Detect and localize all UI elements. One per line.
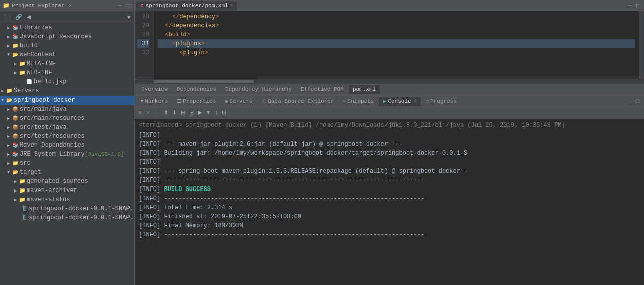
folder-icon: 📂 (12, 52, 18, 58)
code-content[interactable]: </dependency> </dependencies> <build> <p… (154, 11, 639, 79)
tree-item-jre-system-lib[interactable]: ▶ 📚 JRE System Library [JavaSE-1.8] (0, 150, 134, 159)
dependencies-label: Dependencies (177, 86, 216, 92)
tree-item-maven-deps[interactable]: ▶ 📚 Maven Dependencies (0, 141, 134, 150)
pom-xml-label: pom.xml (353, 86, 376, 92)
expand-icon: ▶ (14, 197, 18, 203)
editor-minimize-button[interactable]: − (627, 3, 633, 9)
expand-icon: ▶ (14, 188, 18, 194)
tab-console[interactable]: ▶ Console × (378, 96, 421, 106)
editor-maximize-button[interactable]: □ (635, 3, 641, 9)
tab-data-source-explorer[interactable]: ⬡ Data Source Explorer (257, 96, 339, 106)
tab-close-button[interactable]: × (230, 3, 233, 8)
tree-item-src-main-resources[interactable]: ▶ 📦 src/main/resources (0, 114, 134, 123)
h-scroll-thumb[interactable] (154, 80, 254, 83)
tree-item-webcontent[interactable]: ▼ 📂 WebContent (0, 50, 134, 59)
layout-button[interactable]: ↕ (214, 109, 220, 116)
tree-label: maven-archiver (27, 187, 77, 194)
tree-label: src (20, 160, 31, 167)
tab-pom-xml[interactable]: ⚙ springboot-docker/pom.xml × (136, 1, 237, 11)
tree-item-src-main-java[interactable]: ▶ 📦 src/main/java (0, 105, 134, 114)
project-explorer-panel: 📁 Project Explorer × − □ ⬛ 🔗 ◀ ▾ ▶ 📚 Lib… (0, 0, 135, 285)
console-close-icon[interactable]: × (414, 99, 417, 104)
console-line-6: [INFO] ---------------------------------… (139, 176, 640, 185)
tab-progress[interactable]: ◌ Progress (421, 96, 461, 106)
tree-item-jar1[interactable]: 🗄 springboot-docker-0.0.1-SNAP... (0, 204, 134, 213)
vertical-scrollbar[interactable] (639, 11, 644, 79)
line-num-31: 31 (137, 39, 149, 48)
expand-icon: ▶ (7, 152, 11, 157)
h-scroll-track[interactable] (154, 79, 639, 84)
console-line-11: [INFO] Final Memory: 18M/303M (139, 221, 640, 230)
tree-item-target[interactable]: ▼ 📂 target (0, 168, 134, 177)
tab-servers[interactable]: ▣ Servers (220, 96, 257, 106)
run-dropdown-button[interactable]: ▼ (204, 109, 213, 116)
src-icon: 📦 (12, 115, 18, 121)
pom-tabs: Overview Dependencies Dependency Hierarc… (135, 84, 644, 95)
scroll-down-button[interactable]: ⬇ (171, 109, 178, 116)
console-icon: ▶ (383, 98, 386, 104)
snippets-icon: ✂ (343, 98, 346, 104)
panel-header: 📁 Project Explorer × − □ (0, 0, 134, 11)
tree-item-servers[interactable]: ▶ 📁 Servers (0, 86, 134, 96)
tree-label: springboot-docker-0.0.1-SNAP... (29, 214, 134, 221)
panel-title: 📁 Project Explorer × (3, 2, 72, 9)
tree-label: src/main/resources (20, 115, 85, 122)
tab-markers[interactable]: ⚑ Markers (136, 96, 172, 106)
maximize-button[interactable]: □ (125, 3, 132, 9)
dep-hierarchy-label: Dependency Hierarchy (225, 86, 292, 92)
tree-item-src-test-java[interactable]: ▶ 📦 src/test/java (0, 123, 134, 132)
tree-item-build[interactable]: ▶ 📁 build (0, 41, 134, 50)
expand-icon: ▶ (7, 125, 11, 130)
back-button[interactable]: ◀ (25, 13, 32, 21)
tree-item-springboot-docker[interactable]: ▼ 📂 springboot-docker (0, 96, 134, 105)
tree-item-src[interactable]: ▶ 📁 src (0, 159, 134, 168)
code-line-32: <plugin> (158, 48, 635, 57)
tree-label: JRE System Library (20, 151, 85, 158)
tab-snippets[interactable]: ✂ Snippets (339, 96, 379, 106)
tree-item-generated-sources[interactable]: ▶ 📁 generated-sources (0, 177, 134, 186)
tree-item-js-resources[interactable]: ▶ 📚 JavaScript Resources (0, 32, 134, 41)
link-with-editor-button[interactable]: 🔗 (14, 13, 24, 21)
console-line-4: [INFO] (139, 158, 640, 167)
collapse-all-button[interactable]: ⬛ (2, 13, 12, 21)
src-icon: 📦 (12, 133, 18, 139)
tree-item-maven-archiver[interactable]: ▶ 📁 maven-archiver (0, 186, 134, 195)
tree-label: maven-status (27, 196, 70, 203)
tree-item-maven-status[interactable]: ▶ 📁 maven-status (0, 195, 134, 204)
terminate-button[interactable]: ✕ (144, 109, 152, 116)
console-minimize-button[interactable]: − (627, 98, 633, 104)
console-maximize-button[interactable]: □ (634, 98, 641, 104)
pin-button[interactable]: ⊟ (188, 109, 195, 116)
stop-button[interactable]: ■ (137, 109, 143, 116)
tree-item-hello-jsp[interactable]: 📄 hello.jsp (0, 77, 134, 86)
data-source-label: Data Source Explorer (268, 98, 334, 104)
tree-item-web-inf[interactable]: ▶ 📁 WEB-INF (0, 68, 134, 77)
view-menu-button[interactable]: ⊡ (220, 109, 228, 116)
tab-dependencies[interactable]: Dependencies (172, 84, 221, 94)
properties-icon: ☰ (177, 98, 181, 104)
lib-icon: 📚 (12, 151, 18, 157)
tab-overview[interactable]: Overview (137, 84, 172, 94)
line-num-30: 30 (137, 30, 149, 39)
panel-title-close-icon: × (69, 3, 72, 9)
view-menu-button[interactable]: ▾ (126, 13, 132, 21)
tree-item-libraries[interactable]: ▶ 📚 Libraries (0, 23, 134, 32)
tree-item-jar2[interactable]: 🗄 springboot-docker-0.0.1-SNAP... (0, 213, 134, 222)
minimize-button[interactable]: − (117, 3, 123, 9)
remove-button[interactable]: ⋮ (153, 109, 161, 116)
word-wrap-button[interactable]: ⊞ (179, 109, 187, 116)
src-icon: 📦 (12, 106, 18, 112)
scroll-up-button[interactable]: ⬆ (162, 109, 170, 116)
expand-icon: ▶ (1, 88, 5, 94)
properties-label: Properties (183, 98, 216, 104)
tab-effective-pom[interactable]: Effective POM (296, 84, 348, 94)
tab-dependency-hierarchy[interactable]: Dependency Hierarchy (221, 84, 296, 94)
run-button[interactable]: ▶ (196, 109, 203, 116)
project-explorer-icon: 📁 (3, 2, 10, 9)
tree-item-src-test-resources[interactable]: ▶ 📦 src/test/resources (0, 132, 134, 141)
tab-pom-xml-bottom[interactable]: pom.xml (348, 84, 380, 94)
expand-icon: ▶ (7, 134, 11, 139)
tab-properties[interactable]: ☰ Properties (172, 96, 220, 106)
expand-icon: ▶ (14, 179, 18, 184)
tree-item-meta-inf[interactable]: ▶ 📁 META-INF (0, 59, 134, 68)
